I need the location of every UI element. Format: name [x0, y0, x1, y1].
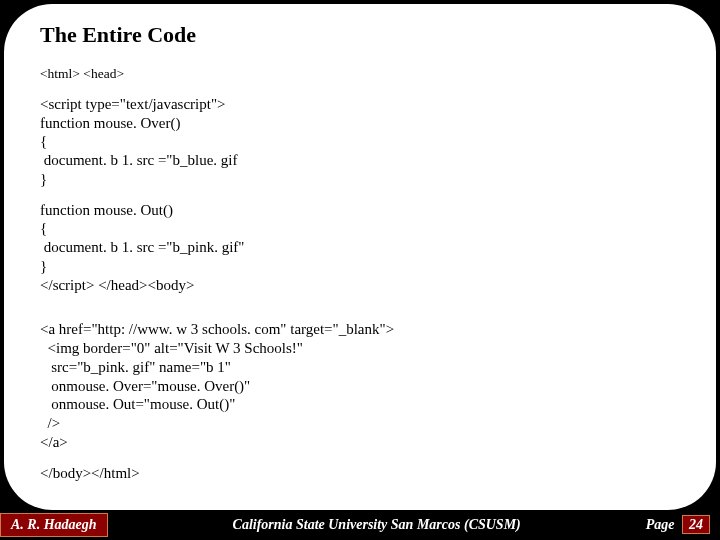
- code-line: />: [40, 414, 680, 433]
- slide-frame: The Entire Code <html> <head> <script ty…: [4, 4, 716, 510]
- code-block-2: <script type="text/javascript"> function…: [40, 95, 680, 189]
- code-line: <script type="text/javascript">: [40, 95, 680, 114]
- code-line: <html> <head>: [40, 66, 680, 83]
- code-line: function mouse. Out(): [40, 201, 680, 220]
- code-line: onmouse. Out="mouse. Out()": [40, 395, 680, 414]
- code-line: onmouse. Over="mouse. Over()": [40, 377, 680, 396]
- page-number: 24: [682, 515, 710, 534]
- code-block-1: <html> <head>: [40, 66, 680, 83]
- code-line: document. b 1. src ="b_blue. gif: [40, 151, 680, 170]
- slide-title: The Entire Code: [40, 22, 680, 48]
- page-label: Page: [646, 517, 675, 532]
- code-line: {: [40, 219, 680, 238]
- code-line: }: [40, 257, 680, 276]
- code-line: </script> </head><body>: [40, 276, 680, 295]
- code-line: <img border="0" alt="Visit W 3 Schools!": [40, 339, 680, 358]
- code-block-4: <a href="http: //www. w 3 schools. com" …: [40, 320, 680, 451]
- code-block-5: </body></html>: [40, 464, 680, 483]
- footer-author: A. R. Hadaegh: [0, 513, 108, 537]
- code-line: {: [40, 132, 680, 151]
- footer-institution: California State University San Marcos (…: [108, 517, 646, 533]
- code-line: src="b_pink. gif" name="b 1": [40, 358, 680, 377]
- footer-bar: A. R. Hadaegh California State Universit…: [0, 510, 720, 540]
- code-line: <a href="http: //www. w 3 schools. com" …: [40, 320, 680, 339]
- code-line: function mouse. Over(): [40, 114, 680, 133]
- code-line: </body></html>: [40, 464, 680, 483]
- code-line: document. b 1. src ="b_pink. gif": [40, 238, 680, 257]
- footer-page: Page 24: [646, 517, 720, 533]
- code-line: }: [40, 170, 680, 189]
- code-block-3: function mouse. Out() { document. b 1. s…: [40, 201, 680, 295]
- code-line: </a>: [40, 433, 680, 452]
